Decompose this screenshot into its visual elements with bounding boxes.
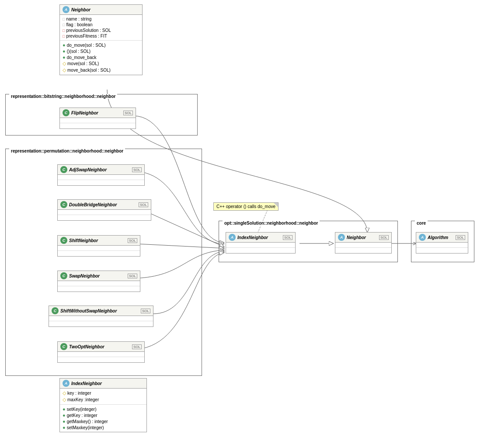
note-box: C++ operator () calls do_move	[213, 202, 279, 211]
doublebridge-box: C DoubleBridgeNeighbor SOL	[57, 199, 151, 221]
twoopt-box: C TwoOptNeighbor SOL	[57, 341, 145, 363]
attr-flag: □ flag : boolean	[63, 22, 139, 28]
flip-neighbor-name: FlipNeighbor	[71, 111, 98, 115]
swap-header: C SwapNeighbor SOL	[58, 271, 140, 281]
index-neighbor-opt-box: A IndexNeighbor SOL	[226, 232, 296, 254]
ns-permutation-box: representation::permutation::neighborhoo…	[5, 149, 202, 376]
neighbor-methods: ● do_move(sol : SOL) ● ()(sol : SOL) ● d…	[60, 41, 142, 75]
algorithm-core-box: A Algorithm SOL	[416, 232, 468, 254]
ns-opt-box: opt::singleSolution::neighborhood::neigh…	[219, 221, 398, 262]
index-neighbor-opt-attrs	[226, 243, 295, 248]
swap-methods	[58, 286, 140, 292]
neighbor-opt-box: A Neighbor SOL	[335, 232, 392, 254]
adjswap-header: C AdjSwapNeighbor SOL	[58, 165, 144, 175]
neighbor-class-box: A Neighbor □ name : string □ flag : bool…	[59, 4, 143, 75]
attr-name: □ name : string	[63, 16, 139, 22]
doublebridge-header: C DoubleBridgeNeighbor SOL	[58, 200, 151, 210]
ns-bitstring-label: representation::bitstring::neighborhood:…	[9, 94, 117, 99]
index-neighbor-detail-attrs: ◇ key : integer ◇ maxKey :integer	[60, 389, 146, 405]
doublebridge-attrs	[58, 210, 151, 215]
ns-core-box: core A Algorithm SOL	[411, 221, 474, 262]
shiftwithout-header: C ShiftWithoutSwapNeighbor SOL	[49, 306, 153, 316]
diagram-container: A Neighbor □ name : string □ flag : bool…	[0, 0, 484, 448]
algorithm-core-attrs	[416, 243, 468, 248]
neighbor-attributes: □ name : string □ flag : boolean □ previ…	[60, 15, 142, 41]
shiftwithout-box: C ShiftWithoutSwapNeighbor SOL	[49, 306, 153, 327]
attr-prev-fitness: □ previousFitness : FIT	[63, 33, 139, 39]
shiftwithout-attrs	[49, 316, 153, 321]
flip-neighbor-header: C FlipNeighbor SOL	[60, 108, 136, 118]
shiftwithout-methods	[49, 321, 153, 326]
index-neighbor-opt-methods	[226, 248, 295, 253]
neighbor-class-name: Neighbor	[71, 7, 91, 12]
algorithm-core-header: A Algorithm SOL	[416, 233, 468, 243]
neighbor-class-header: A Neighbor	[60, 5, 142, 15]
index-neighbor-detail-header: A IndexNeighbor	[60, 379, 146, 389]
ns-bitstring-box: representation::bitstring::neighborhood:…	[5, 94, 198, 135]
swap-box: C SwapNeighbor SOL	[57, 271, 140, 292]
ns-permutation-label: representation::permutation::neighborhoo…	[9, 149, 125, 153]
attr-maxkey: ◇ maxKey :integer	[63, 396, 144, 403]
note-text: C++ operator () calls do_move	[216, 204, 275, 209]
method-do-move-back: ● do_move_back	[63, 54, 139, 60]
method-getkey: ● getKey : integer	[63, 412, 144, 418]
neighbor-opt-attrs	[335, 243, 391, 248]
method-move: ◇ move(sol : SOL)	[63, 60, 139, 67]
index-neighbor-detail-name: IndexNeighbor	[71, 381, 102, 386]
method-setkey: ● setKey(integer)	[63, 406, 144, 412]
adjswap-attrs	[58, 175, 144, 180]
adjswap-box: C AdjSwapNeighbor SOL	[57, 164, 145, 186]
swap-attrs	[58, 281, 140, 286]
flip-neighbor-box: C FlipNeighbor SOL	[59, 108, 136, 129]
twoopt-attrs	[58, 352, 144, 357]
shift-methods	[58, 251, 140, 256]
attr-prev-solution: □ previousSolution : SOL	[63, 28, 139, 33]
method-operator: ● ()(sol : SOL)	[63, 48, 139, 54]
twoopt-header: C TwoOptNeighbor SOL	[58, 342, 144, 352]
index-neighbor-detail-box: A IndexNeighbor ◇ key : integer ◇ maxKey…	[59, 378, 147, 432]
adjswap-methods	[58, 180, 144, 185]
method-setmaxkey: ● setMaxkey(integer)	[63, 424, 144, 431]
twoopt-methods	[58, 357, 144, 362]
shift-header: C ShiftNeighbor SOL	[58, 236, 140, 246]
method-do-move: ● do_move(sol : SOL)	[63, 42, 139, 48]
method-getmaxkey: ● getMaxkey() : integer	[63, 418, 144, 424]
abstract-icon: A	[63, 6, 70, 13]
method-move-back: ◇ move_back(sol : SOL)	[63, 67, 139, 73]
ns-core-label: core	[415, 221, 428, 226]
neighbor-opt-methods	[335, 248, 391, 253]
index-neighbor-detail-methods: ● setKey(integer) ● getKey : integer ● g…	[60, 405, 146, 432]
neighbor-opt-header: A Neighbor SOL	[335, 233, 391, 243]
doublebridge-methods	[58, 215, 151, 220]
flip-neighbor-attrs	[60, 118, 136, 123]
shift-attrs	[58, 246, 140, 251]
index-neighbor-opt-header: A IndexNeighbor SOL	[226, 233, 295, 243]
attr-key: ◇ key : integer	[63, 390, 144, 396]
shift-box: C ShiftNeighbor SOL	[57, 235, 140, 257]
flip-neighbor-methods	[60, 123, 136, 128]
ns-opt-label: opt::singleSolution::neighborhood::neigh…	[223, 221, 320, 226]
algorithm-core-methods	[416, 248, 468, 253]
concrete-icon: C	[63, 109, 70, 116]
